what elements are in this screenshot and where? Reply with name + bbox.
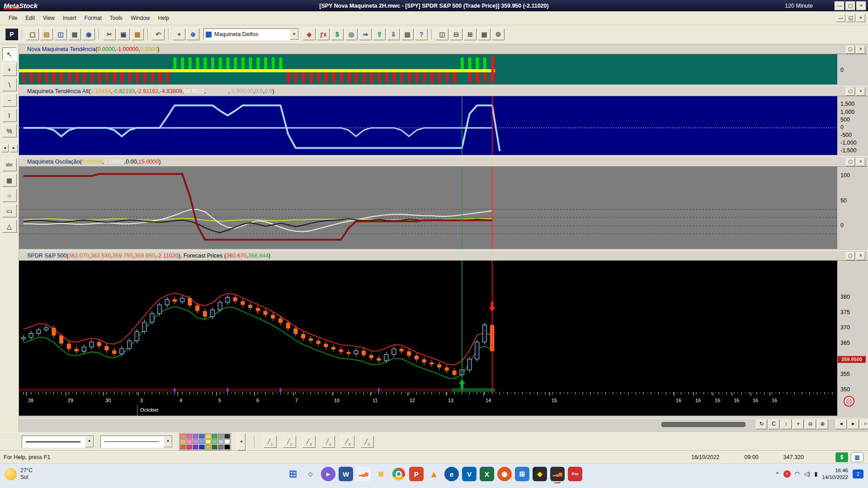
color-swatch[interactable] <box>205 439 211 444</box>
palette-scroll-left-button[interactable]: ◄ <box>1 144 9 152</box>
properties-button[interactable]: P <box>5 28 18 40</box>
menu-window[interactable]: Window <box>127 13 154 23</box>
menu-help[interactable]: Help <box>154 13 174 23</box>
line-weight-dropdown[interactable]: ▾ <box>164 436 172 447</box>
forecaster-icon[interactable]: ⇒ <box>359 28 372 40</box>
volume-icon[interactable]: ◁) <box>804 470 810 477</box>
print-icon[interactable]: ▦ <box>68 28 81 40</box>
color-swatch[interactable] <box>224 439 230 444</box>
panel-restore-button[interactable]: ▢ <box>846 88 855 96</box>
scan-icon[interactable]: ◎ <box>345 28 358 40</box>
color-swatch[interactable] <box>193 439 198 444</box>
trendline-tool[interactable]: ∖ <box>2 78 17 91</box>
chart-layout-button-5[interactable]: ╱5 <box>341 436 354 448</box>
upload-icon[interactable]: ⇧ <box>373 28 386 40</box>
metastock-icon[interactable]: ▂▄▆ <box>550 467 565 481</box>
file-explorer-icon[interactable]: ■ <box>374 467 388 481</box>
video-app-icon[interactable]: ▸ <box>321 467 335 481</box>
hidden-icons-chevron[interactable]: ^ <box>776 470 779 477</box>
scroll-left-button[interactable]: ◄ <box>835 419 847 429</box>
maximize-button[interactable]: ▢ <box>845 1 855 10</box>
search-button[interactable]: ○ <box>303 467 318 481</box>
pointer-tool[interactable]: ↖ <box>2 47 17 61</box>
vscode-icon[interactable]: V <box>462 467 476 481</box>
panel-close-button[interactable]: × <box>856 46 865 54</box>
close-button[interactable]: × <box>856 1 866 10</box>
new-chart-icon[interactable]: ▢ <box>26 28 39 40</box>
excel-icon[interactable]: X <box>480 467 494 481</box>
indicator-builder-icon[interactable]: ƒx <box>317 28 330 40</box>
color-swatch[interactable] <box>186 445 192 450</box>
grid-tool[interactable]: ▦ <box>2 174 17 187</box>
expert-combo[interactable]: Maquineta Delfos▾ <box>203 28 299 40</box>
browser-icon[interactable]: ◉ <box>497 467 512 481</box>
panel-plot-spdr-sp500[interactable] <box>19 261 837 392</box>
child-restore-button[interactable]: ◱ <box>846 14 855 22</box>
color-swatch[interactable] <box>180 434 186 439</box>
taskbar-clock[interactable]: 16:46 14/10/2022 <box>822 467 848 481</box>
zoom-icon[interactable]: ⊕ <box>187 28 199 40</box>
recalc-button[interactable]: C <box>768 419 779 429</box>
undo-icon[interactable]: ↶ <box>152 28 165 40</box>
weather-widget[interactable]: 27°C Sol <box>5 467 33 481</box>
color-swatch[interactable] <box>180 445 186 450</box>
panel-plot-maquineta-tendencia-alt[interactable] <box>19 96 837 155</box>
menu-tools[interactable]: Tools <box>106 13 127 23</box>
palette-more-button[interactable]: ▾ <box>237 433 245 450</box>
scroll-end-button[interactable]: » <box>860 419 868 429</box>
system-tester-icon[interactable]: $ <box>331 28 344 40</box>
zoom-in-button[interactable]: ⊕ <box>817 419 828 429</box>
context-help-icon[interactable]: ? <box>415 28 428 40</box>
powerpoint-icon[interactable]: P <box>409 467 424 481</box>
expert-combo-dropdown[interactable]: ▾ <box>290 29 298 40</box>
menu-file[interactable]: File <box>5 13 21 23</box>
cascade-windows-icon[interactable]: ⊟ <box>450 28 462 40</box>
vlc-icon[interactable]: ▲ <box>427 467 441 481</box>
dollar-status-button[interactable]: $ <box>835 452 848 462</box>
quote-table-icon[interactable]: ▦ <box>478 28 491 40</box>
panel-plot-maquineta-oscilacao[interactable] <box>19 167 837 249</box>
refresh-button[interactable]: ↻ <box>756 419 767 429</box>
word-icon[interactable]: W <box>339 467 353 481</box>
color-swatch[interactable] <box>212 439 217 444</box>
color-swatch[interactable] <box>212 434 217 439</box>
panel-close-button[interactable]: × <box>856 252 865 260</box>
edge-icon[interactable]: e <box>444 467 459 481</box>
chart-layout-button-4[interactable]: ╱4 <box>322 436 335 448</box>
menu-format[interactable]: Format <box>80 13 106 23</box>
chart-status-button[interactable]: ▥ <box>851 452 863 462</box>
text-tool[interactable]: abc <box>2 158 17 171</box>
chart-layout-button-2[interactable]: ╱2 <box>283 436 296 448</box>
line-style-dropdown[interactable]: ▾ <box>85 436 94 447</box>
copy-icon[interactable]: ▣ <box>117 28 130 40</box>
color-swatch[interactable] <box>199 434 205 439</box>
color-swatch[interactable] <box>199 445 205 450</box>
menu-edit[interactable]: Edit <box>21 13 39 23</box>
panel-restore-button[interactable]: ▢ <box>846 46 855 54</box>
triangle-tool[interactable]: △ <box>2 220 17 233</box>
crosshair-tool[interactable]: + <box>2 63 17 76</box>
panel-restore-button[interactable]: ▢ <box>846 252 855 260</box>
scroll-right-button[interactable]: ► <box>848 419 859 429</box>
color-swatch[interactable] <box>224 434 230 439</box>
menu-insert[interactable]: Insert <box>59 13 80 23</box>
start-button[interactable]: ⊞ <box>286 467 300 481</box>
color-swatch[interactable] <box>205 445 211 450</box>
panel-restore-button[interactable]: ▢ <box>846 158 855 166</box>
fit-vertical-button[interactable]: ↕ <box>780 419 792 429</box>
palette-scroll-right-button[interactable]: ► <box>10 144 18 152</box>
download-icon[interactable]: ⇩ <box>387 28 400 40</box>
color-swatch[interactable] <box>218 445 224 450</box>
chrome-icon[interactable] <box>392 467 406 481</box>
options-gear-icon[interactable]: ⚙ <box>492 28 505 40</box>
print-preview-icon[interactable]: ◉ <box>82 28 95 40</box>
color-swatch[interactable] <box>193 434 198 439</box>
explorer-icon[interactable]: ◈ <box>303 28 316 40</box>
cut-icon[interactable]: ✂ <box>103 28 116 40</box>
date-axis[interactable] <box>19 392 837 405</box>
find-symbol-icon[interactable]: ▧ <box>401 28 414 40</box>
panel-close-button[interactable]: × <box>856 88 865 96</box>
wifi-icon[interactable]: ◠ <box>795 470 800 477</box>
notification-badge[interactable]: 2 <box>853 469 863 479</box>
ellipse-tool[interactable]: ○ <box>2 189 17 202</box>
